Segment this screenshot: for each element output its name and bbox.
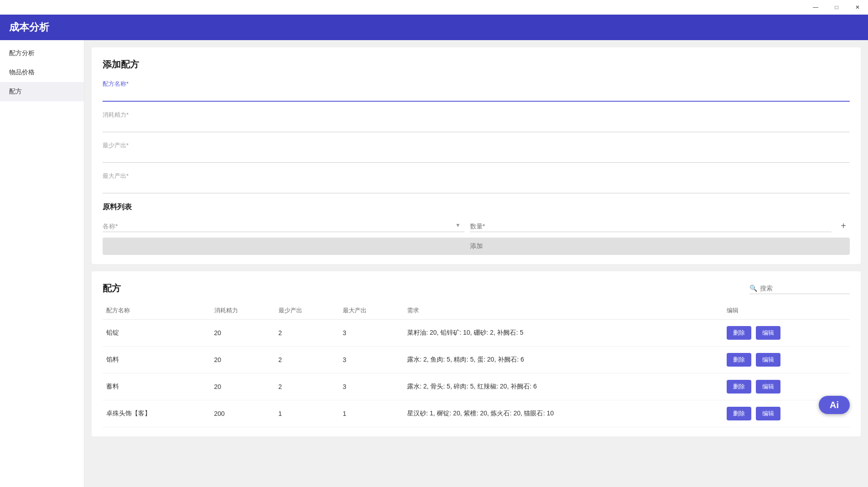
cell-stamina: 20 xyxy=(211,373,275,400)
cell-name: 铅锭 xyxy=(103,320,211,347)
cell-max-output: 1 xyxy=(339,400,403,427)
materials-input-row: 各称* ▼ 数量* + xyxy=(103,219,850,232)
app-title: 成本分析 xyxy=(9,21,49,34)
edit-button[interactable]: 编辑 xyxy=(756,353,780,367)
col-demand: 需求 xyxy=(403,302,723,320)
cell-actions: 删除 编辑 xyxy=(723,320,850,347)
table-row: 铅锭 20 2 3 菜籽油: 20, 铅锌矿: 10, 硼砂: 2, 补阙石: … xyxy=(103,320,850,347)
maximize-button[interactable]: □ xyxy=(826,0,847,15)
cell-min-output: 2 xyxy=(275,320,339,347)
sidebar-item-formula[interactable]: 配方 xyxy=(0,82,84,101)
cell-demand: 露水: 2, 骨头: 5, 碎肉: 5, 红辣椒: 20, 补阙石: 6 xyxy=(403,373,723,400)
cell-name: 卓殊头饰【客】 xyxy=(103,400,211,427)
search-icon: 🔍 xyxy=(749,285,757,292)
raw-materials-title: 原料列表 xyxy=(103,202,850,212)
max-output-field: 最大产出* xyxy=(103,172,850,193)
min-output-input[interactable] xyxy=(103,151,850,163)
sidebar-item-formula-analysis[interactable]: 配方分析 xyxy=(0,44,84,63)
col-min-output: 最少产出 xyxy=(275,302,339,320)
cell-demand: 菜籽油: 20, 铅锌矿: 10, 硼砂: 2, 补阙石: 5 xyxy=(403,320,723,347)
formula-list-card: 配方 🔍 配方名称 消耗精力 最少产出 最大产出 需求 编辑 xyxy=(92,271,861,436)
cell-actions: 删除 编辑 xyxy=(723,347,850,373)
min-output-field: 最少产出* xyxy=(103,141,850,163)
table-header-row: 配方 🔍 xyxy=(103,282,850,295)
delete-button[interactable]: 删除 xyxy=(727,380,751,394)
cell-demand: 星汉砂: 1, 樨锭: 20, 紫檀: 20, 炼火石: 20, 猫眼石: 10 xyxy=(403,400,723,427)
sidebar-item-item-price[interactable]: 物品价格 xyxy=(0,63,84,82)
col-name: 配方名称 xyxy=(103,302,211,320)
delete-button[interactable]: 删除 xyxy=(727,353,751,367)
cell-min-output: 2 xyxy=(275,347,339,373)
max-output-label: 最大产出* xyxy=(103,172,850,180)
delete-button[interactable]: 删除 xyxy=(727,407,751,420)
materials-name-select[interactable]: 各称* xyxy=(103,221,465,232)
table-row: 馅料 20 2 3 露水: 2, 鱼肉: 5, 精肉: 5, 蛋: 20, 补阙… xyxy=(103,347,850,373)
add-formula-title: 添加配方 xyxy=(103,58,850,71)
cell-demand: 露水: 2, 鱼肉: 5, 精肉: 5, 蛋: 20, 补阙石: 6 xyxy=(403,347,723,373)
sidebar: 配方分析 物品价格 配方 xyxy=(0,40,84,487)
materials-qty-field: 数量* xyxy=(470,221,832,232)
cell-name: 蓄料 xyxy=(103,373,211,400)
edit-button[interactable]: 编辑 xyxy=(756,407,780,420)
search-input[interactable] xyxy=(760,285,850,292)
cell-min-output: 1 xyxy=(275,400,339,427)
table-row: 蓄料 20 2 3 露水: 2, 骨头: 5, 碎肉: 5, 红辣椒: 20, … xyxy=(103,373,850,400)
app-header: 成本分析 xyxy=(0,15,868,40)
cell-max-output: 3 xyxy=(339,373,403,400)
main-content: 添加配方 配方名称* 消耗精力* 最少产出* 最大产出* 原 xyxy=(84,40,868,487)
ai-badge[interactable]: Ai xyxy=(819,396,850,414)
cell-max-output: 3 xyxy=(339,320,403,347)
table-row: 卓殊头饰【客】 200 1 1 星汉砂: 1, 樨锭: 20, 紫檀: 20, … xyxy=(103,400,850,427)
materials-name-field: 各称* ▼ xyxy=(103,221,465,232)
formula-name-input[interactable] xyxy=(103,90,850,102)
minimize-button[interactable]: — xyxy=(805,0,826,15)
formula-name-label: 配方名称* xyxy=(103,80,850,88)
close-button[interactable]: ✕ xyxy=(847,0,868,15)
edit-button[interactable]: 编辑 xyxy=(756,326,780,340)
col-edit: 编辑 xyxy=(723,302,850,320)
stamina-field: 消耗精力* xyxy=(103,111,850,132)
add-material-button[interactable]: 添加 xyxy=(103,238,850,255)
titlebar-controls: — □ ✕ xyxy=(805,0,868,15)
stamina-input[interactable] xyxy=(103,121,850,132)
delete-button[interactable]: 删除 xyxy=(727,326,751,340)
cell-stamina: 20 xyxy=(211,347,275,373)
col-stamina: 消耗精力 xyxy=(211,302,275,320)
formula-table: 配方名称 消耗精力 最少产出 最大产出 需求 编辑 铅锭 20 2 3 菜籽油:… xyxy=(103,302,850,427)
stamina-label: 消耗精力* xyxy=(103,111,850,119)
titlebar: — □ ✕ xyxy=(0,0,868,15)
cell-name: 馅料 xyxy=(103,347,211,373)
max-output-input[interactable] xyxy=(103,182,850,193)
main-layout: 配方分析 物品价格 配方 添加配方 配方名称* 消耗精力* 最少产出* xyxy=(0,40,868,487)
ai-label: Ai xyxy=(830,400,839,410)
cell-stamina: 20 xyxy=(211,320,275,347)
add-row-button[interactable]: + xyxy=(837,219,850,232)
materials-qty-input[interactable] xyxy=(470,221,832,232)
table-section-title: 配方 xyxy=(103,282,121,295)
search-box: 🔍 xyxy=(749,283,850,294)
cell-max-output: 3 xyxy=(339,347,403,373)
cell-min-output: 2 xyxy=(275,373,339,400)
table-header: 配方名称 消耗精力 最少产出 最大产出 需求 编辑 xyxy=(103,302,850,320)
edit-button[interactable]: 编辑 xyxy=(756,380,780,394)
cell-stamina: 200 xyxy=(211,400,275,427)
add-formula-card: 添加配方 配方名称* 消耗精力* 最少产出* 最大产出* 原 xyxy=(92,47,861,264)
formula-name-field: 配方名称* xyxy=(103,80,850,102)
col-max-output: 最大产出 xyxy=(339,302,403,320)
min-output-label: 最少产出* xyxy=(103,141,850,150)
